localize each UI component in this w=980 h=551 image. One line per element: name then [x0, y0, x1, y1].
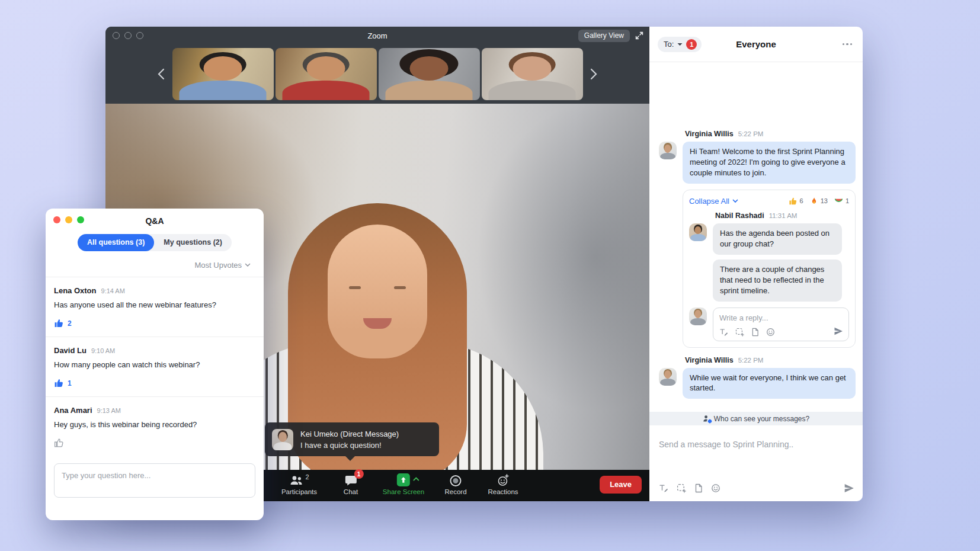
- question-list: Lena Oxton 9:14 AM Has anyone used all t…: [46, 277, 264, 456]
- send-reply-icon[interactable]: [834, 326, 843, 336]
- maximize-window-icon[interactable]: [77, 216, 84, 223]
- question-input[interactable]: [62, 471, 248, 480]
- chat-badge: 1: [354, 469, 363, 479]
- format-text-icon[interactable]: [659, 483, 668, 493]
- question-author: Lena Oxton: [54, 286, 97, 295]
- close-window-icon[interactable]: [53, 216, 60, 223]
- close-window-icon[interactable]: [113, 32, 120, 39]
- participants-icon: [289, 475, 303, 486]
- question-time: 9:10 AM: [91, 347, 115, 354]
- share-screen-button[interactable]: Share Screen: [383, 473, 424, 495]
- thumbs-up-icon: [54, 378, 64, 388]
- reactions-button[interactable]: Reactions: [488, 473, 518, 495]
- sort-dropdown[interactable]: Most Upvotes: [46, 251, 264, 277]
- thumbs-up-reaction[interactable]: 6: [789, 197, 803, 206]
- chat-message: Virginia Willis 5:22 PM Hi Team! Welcome…: [659, 130, 856, 184]
- message-time: 11:31 AM: [769, 212, 798, 219]
- fullscreen-icon[interactable]: [635, 31, 643, 40]
- chat-button[interactable]: 1 Chat: [344, 473, 358, 495]
- question-text: Hey guys, is this webinar being recorded…: [54, 420, 255, 429]
- reply-input[interactable]: Write a reply...: [713, 307, 849, 341]
- gallery-prev-icon[interactable]: [155, 66, 167, 82]
- dm-notification[interactable]: Kei Umeko (Direct Message) I have a quic…: [265, 422, 439, 456]
- leave-button[interactable]: Leave: [600, 476, 642, 494]
- question-time: 9:13 AM: [97, 407, 121, 414]
- watermelon-reaction[interactable]: 1: [834, 197, 849, 204]
- send-message-icon[interactable]: [844, 483, 854, 494]
- question-input-wrap: [54, 463, 255, 498]
- participant-video-1: [172, 48, 274, 100]
- screen-capture-icon[interactable]: [735, 328, 744, 337]
- minimize-window-icon[interactable]: [124, 32, 132, 39]
- avatar: [689, 307, 707, 325]
- chat-messages: Virginia Willis 5:22 PM Hi Team! Welcome…: [649, 62, 863, 412]
- attach-file-icon[interactable]: [694, 483, 703, 493]
- upvote-count: 1: [68, 379, 72, 387]
- qa-tabs: All questions (3) My questions (2): [46, 234, 264, 251]
- screen-capture-icon[interactable]: [677, 483, 686, 493]
- window-titlebar: Zoom Gallery View: [105, 27, 649, 44]
- notification-title: Kei Umeko (Direct Message): [300, 430, 399, 438]
- message-thread: Collapse All 6 1: [683, 190, 856, 348]
- share-options-icon[interactable]: [413, 477, 419, 481]
- compose-placeholder: Send a message to Sprint Planning..: [659, 440, 853, 449]
- message-author: Virginia Willis: [685, 130, 734, 138]
- upvote-count: 2: [68, 319, 72, 328]
- format-text-icon[interactable]: [719, 328, 728, 337]
- desktop: Zoom Gallery View: [0, 0, 980, 551]
- tab-my-questions[interactable]: My questions (2): [154, 234, 232, 251]
- record-icon: [450, 475, 461, 486]
- upvote-button[interactable]: [54, 438, 255, 448]
- avatar: [659, 142, 677, 159]
- message-bubble: There are a couple of changes that need …: [713, 260, 842, 302]
- message-time: 5:22 PM: [738, 130, 764, 137]
- participants-button[interactable]: 2 Participants: [281, 473, 317, 495]
- record-button[interactable]: Record: [444, 473, 466, 495]
- attach-file-icon[interactable]: [751, 328, 759, 337]
- chat-header: To: 1 Everyone: [649, 27, 863, 62]
- privacy-note[interactable]: Who can see your messages?: [649, 412, 863, 425]
- upvote-button[interactable]: 1: [54, 378, 255, 388]
- emoji-icon[interactable]: [766, 328, 775, 337]
- maximize-window-icon[interactable]: [136, 32, 143, 39]
- upvote-button[interactable]: 2: [54, 318, 255, 328]
- person-privacy-icon: [703, 415, 710, 422]
- chat-message: Virginia Willis 5:22 PM While we wait fo…: [659, 356, 856, 399]
- message-bubble: While we wait for everyone, I think we c…: [683, 368, 856, 399]
- window-controls[interactable]: [53, 216, 84, 223]
- chat-more-menu-icon[interactable]: [840, 41, 855, 48]
- participant-video-4: [482, 48, 583, 100]
- chevron-down-icon: [677, 43, 683, 46]
- question-time: 9:14 AM: [101, 287, 125, 294]
- fire-reaction[interactable]: 13: [810, 197, 828, 206]
- compose-area[interactable]: Send a message to Sprint Planning..: [649, 425, 863, 501]
- question-text: How many people can watch this webinar?: [54, 360, 255, 369]
- unread-badge: 1: [686, 39, 697, 50]
- message-time: 5:22 PM: [738, 357, 764, 364]
- participant-video-2: [276, 48, 377, 100]
- participant-video-3: [379, 48, 480, 100]
- notification-body: I have a quick question!: [300, 441, 399, 450]
- collapse-all-button[interactable]: Collapse All: [689, 197, 738, 206]
- emoji-icon[interactable]: [711, 483, 720, 493]
- window-title: Zoom: [105, 31, 649, 40]
- tab-all-questions[interactable]: All questions (3): [78, 234, 154, 251]
- question-item: David Lu 9:10 AM How many people can wat…: [46, 337, 264, 397]
- window-controls[interactable]: [113, 32, 143, 39]
- question-author: Ana Amari: [54, 406, 92, 415]
- gallery-strip: [105, 44, 649, 104]
- avatar: [272, 429, 293, 450]
- message-bubble: Has the agenda been posted on our group …: [713, 223, 842, 255]
- chevron-down-icon: [732, 199, 738, 203]
- message-bubble: Hi Team! Welcome to the first Sprint Pla…: [683, 142, 856, 184]
- gallery-next-icon[interactable]: [588, 66, 600, 82]
- minimize-window-icon[interactable]: [65, 216, 72, 223]
- question-text: Has anyone used all the new webinar feat…: [54, 300, 255, 309]
- question-item: Ana Amari 9:13 AM Hey guys, is this webi…: [46, 397, 264, 456]
- avatar: [689, 223, 707, 241]
- recipient-selector[interactable]: To: 1: [658, 37, 702, 52]
- gallery-view-button[interactable]: Gallery View: [578, 30, 630, 42]
- reactions-smiley-icon: [497, 474, 510, 486]
- share-screen-icon: [397, 473, 410, 486]
- speaker-face: [328, 225, 427, 358]
